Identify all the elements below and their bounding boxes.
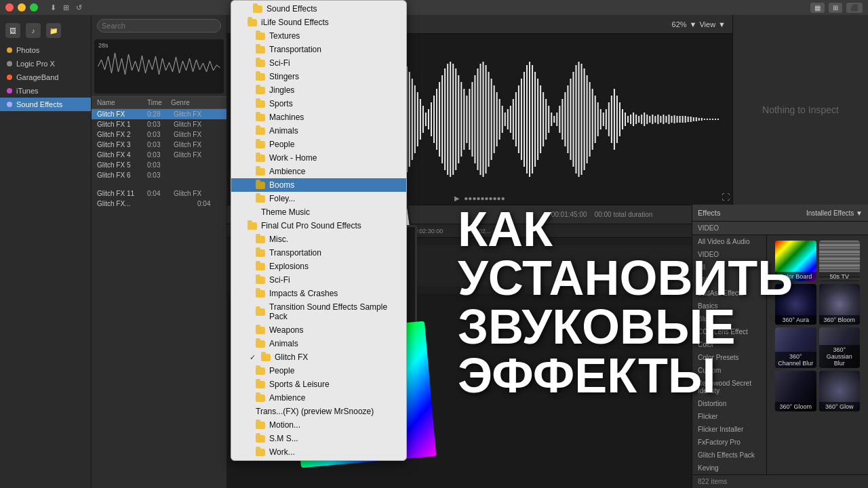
titlebar-download-icon[interactable]: ⬇	[50, 3, 56, 12]
browser-row-glitchfx[interactable]: Glitch FX 0:28 Glitch FX	[92, 109, 226, 119]
search-input[interactable]	[97, 19, 221, 33]
waveform-mini-svg	[97, 46, 221, 87]
effects-cat-custom[interactable]: Custom	[692, 364, 766, 377]
effects-cat-colorpresets[interactable]: Color Presets	[692, 351, 766, 364]
effects-thumb-360gloom[interactable]: 360° Gloom	[775, 371, 816, 411]
menu-item-people-2[interactable]: People	[231, 364, 406, 378]
browser-row-glitchfx6[interactable]: Glitch FX 6 0:03	[92, 170, 226, 180]
titlebar-refresh-icon[interactable]: ↺	[76, 3, 82, 12]
effects-installed-label[interactable]: Installed Effects ▼	[806, 209, 863, 217]
effects-thumb-360aura[interactable]: 360° Aura	[775, 284, 816, 325]
menu-item-scifi[interactable]: Sci-Fi	[231, 56, 406, 70]
effects-cat-360[interactable]: 360°	[692, 274, 766, 287]
sidebar-item-logicprox[interactable]: Logic Pro X	[0, 57, 91, 70]
effects-cat-cce[interactable]: CCE Lens Effect	[692, 325, 766, 338]
effects-cat-flickerinstaller[interactable]: Flicker Installer	[692, 423, 766, 436]
effects-cat-glitchpack[interactable]: Glitch Effects Pack	[692, 449, 766, 462]
titlebar-button-1[interactable]: ▦	[810, 3, 825, 13]
effects-thumb-360gaussianblur[interactable]: 360° Gaussian Blur	[819, 327, 861, 368]
menu-label-transportation: Transportation	[269, 45, 321, 54]
play-button[interactable]: ▶	[454, 195, 460, 202]
sidebar-item-garageband[interactable]: GarageBand	[0, 70, 91, 84]
effects-thumb-360channelblur[interactable]: 360° Channel Blur	[775, 327, 816, 368]
sidebar-icon-music[interactable]: ♪	[26, 23, 41, 38]
effects-cat-dashwood[interactable]: Dashwood Secret Identity	[692, 377, 766, 397]
effects-cat-blur[interactable]: Blur	[692, 312, 766, 325]
menu-item-transportation-fcp[interactable]: Transportation	[231, 246, 406, 260]
browser-row-glitchfx11[interactable]: Glitch FX 11 0:04 Glitch FX	[92, 188, 226, 199]
menu-item-glitchfx[interactable]: ✓ Glitch FX	[231, 350, 406, 364]
titlebar-grid-icon[interactable]: ⊞	[63, 3, 69, 12]
browser-row-name-3: Glitch FX 3	[97, 141, 144, 148]
view-button[interactable]: View	[699, 20, 715, 28]
effects-cat-basics[interactable]: Basics	[692, 300, 766, 312]
menu-item-machines[interactable]: Machines	[231, 110, 406, 124]
menu-item-sportsleisure[interactable]: Sports & Leisure	[231, 378, 406, 391]
menu-item-animals-fcp[interactable]: Animals	[231, 337, 406, 350]
effects-thumb-360bloom[interactable]: 360° Bloom	[819, 284, 861, 325]
sidebar-icon-photos[interactable]: 🖼	[5, 23, 20, 38]
effects-cat-flicker[interactable]: Flicker	[692, 410, 766, 423]
effects-cat-fxfactory[interactable]: FxFactory Pro	[692, 436, 766, 449]
menu-item-animals[interactable]: Animals	[231, 124, 406, 138]
browser-row-glitchfxlast[interactable]: Glitch FX... 0:04	[92, 199, 226, 209]
menu-item-ilife[interactable]: iLife Sound Effects	[231, 16, 406, 29]
effects-cat-video[interactable]: VIDEO	[692, 248, 766, 261]
titlebar-button-3[interactable]: ⬛	[846, 3, 863, 13]
menu-item-work-home[interactable]: Work - Home	[231, 151, 406, 165]
sidebar-icon-folder[interactable]: 📁	[46, 23, 61, 38]
close-button[interactable]	[5, 3, 14, 12]
menu-item-explosions[interactable]: Explosions	[231, 260, 406, 273]
menu-item-ambience[interactable]: Ambience	[231, 165, 406, 178]
effects-cat-all-label: All	[698, 264, 705, 271]
effects-thumb-colorboard[interactable]: Color Board	[775, 241, 816, 281]
effects-item-count: 822 items	[698, 478, 727, 485]
menu-item-trans-preview[interactable]: Trans...(FX) (preview MrSnooze)	[231, 405, 406, 418]
menu-item-weapons[interactable]: Weapons	[231, 323, 406, 337]
effects-cat-all[interactable]: All	[692, 261, 766, 274]
menu-item-transportation[interactable]: Transportation	[231, 43, 406, 56]
menu-item-jingles[interactable]: Jingles	[231, 83, 406, 97]
menu-item-sound-effects[interactable]: Sound Effects	[231, 2, 406, 16]
effects-cat-all-video[interactable]: All Video & Audio	[692, 235, 766, 248]
sidebar-item-itunes[interactable]: iTunes	[0, 84, 91, 98]
sidebar-item-photos[interactable]: Photos	[0, 43, 91, 57]
sidebar-item-soundeffects[interactable]: Sound Effects	[0, 98, 91, 111]
menu-item-transition[interactable]: Transition Sound Effects Sample Pack	[231, 300, 406, 323]
menu-item-booms[interactable]: Booms	[231, 178, 406, 192]
browser-row-glitchfx2[interactable]: Glitch FX 2 0:03 Glitch FX	[92, 129, 226, 140]
effects-cat-badass[interactable]: BadAss Effects	[692, 287, 766, 300]
effects-thumb-50stv[interactable]: 50s TV	[819, 241, 861, 281]
fullscreen-button[interactable]: ⛶	[722, 192, 730, 202]
folder-icon-animals	[256, 127, 265, 135]
menu-item-people[interactable]: People	[231, 138, 406, 151]
menu-item-work2[interactable]: Work...	[231, 445, 406, 459]
browser-row-glitchfx4[interactable]: Glitch FX 4 0:03 Glitch FX	[92, 150, 226, 160]
menu-item-stingers[interactable]: Stingers	[231, 70, 406, 83]
zoom-down-icon[interactable]: ▼	[690, 20, 697, 28]
menu-item-misc[interactable]: Misc.	[231, 232, 406, 246]
effects-cat-distortion[interactable]: Distortion	[692, 397, 766, 410]
titlebar-button-2[interactable]: ⊞	[829, 3, 842, 13]
menu-item-sports[interactable]: Sports	[231, 97, 406, 110]
view-down-icon[interactable]: ▼	[718, 20, 726, 28]
browser-row-glitchfx3[interactable]: Glitch FX 3 0:03 Glitch FX	[92, 140, 226, 150]
browser-search-container	[92, 15, 226, 37]
menu-item-impacts[interactable]: Impacts & Crashes	[231, 287, 406, 300]
effects-cat-color[interactable]: Color	[692, 338, 766, 351]
menu-item-fcp-sound[interactable]: Final Cut Pro Sound Effects	[231, 219, 406, 232]
menu-item-theme-music[interactable]: Theme Music	[231, 205, 406, 219]
menu-item-foley[interactable]: Foley...	[231, 192, 406, 205]
menu-item-motion[interactable]: Motion...	[231, 418, 406, 432]
maximize-button[interactable]	[30, 3, 38, 12]
menu-item-ambience-2[interactable]: Ambience	[231, 391, 406, 405]
menu-item-scifi-fcp[interactable]: Sci-Fi	[231, 273, 406, 287]
browser-row-glitchfx5[interactable]: Glitch FX 5 0:03	[92, 160, 226, 170]
browser-row-glitchfx1[interactable]: Glitch FX 1 0:03 Glitch FX	[92, 119, 226, 129]
menu-item-textures[interactable]: Textures	[231, 29, 406, 43]
menu-item-sms[interactable]: S.M S...	[231, 432, 406, 445]
effects-thumb-360glow[interactable]: 360° Glow	[819, 371, 861, 411]
folder-icon-transportation	[256, 46, 265, 54]
effects-cat-keving[interactable]: Keving	[692, 462, 766, 474]
minimize-button[interactable]	[18, 3, 26, 12]
